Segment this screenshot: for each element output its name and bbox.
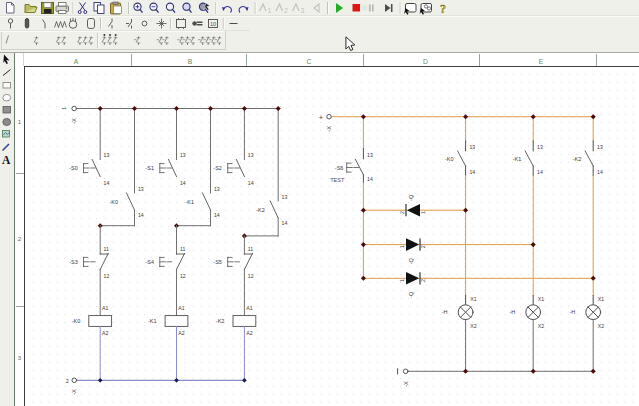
- svg-text:-K2: -K2: [216, 318, 225, 324]
- svg-text:A1: A1: [102, 305, 108, 311]
- svg-text:-H: -H: [569, 309, 575, 315]
- svg-text:14: 14: [469, 169, 475, 175]
- svg-text:13: 13: [367, 152, 373, 158]
- svg-text:-X: -X: [326, 126, 332, 132]
- svg-text:13: 13: [469, 144, 475, 150]
- svg-text:X1: X1: [538, 296, 544, 302]
- svg-text:12: 12: [180, 273, 186, 279]
- svg-text:2: 2: [284, 7, 288, 14]
- svg-text:13: 13: [138, 186, 144, 192]
- svg-text:-H: -H: [509, 309, 515, 315]
- svg-text:2: 2: [18, 235, 22, 242]
- svg-text:-K2: -K2: [256, 207, 265, 213]
- svg-text:14: 14: [214, 212, 220, 218]
- svg-text:-X: -X: [71, 389, 77, 395]
- svg-text:14: 14: [104, 180, 110, 186]
- svg-text:13: 13: [214, 186, 220, 192]
- svg-text:3: 3: [301, 7, 305, 14]
- svg-text:10: 10: [210, 21, 216, 27]
- svg-text:-S3: -S3: [69, 259, 78, 265]
- svg-text:D: D: [423, 58, 428, 65]
- svg-text:2: 2: [420, 245, 426, 248]
- svg-text:A2: A2: [246, 330, 252, 336]
- svg-text:+: +: [319, 113, 323, 122]
- svg-text:-X: -X: [403, 381, 409, 387]
- svg-text:A: A: [74, 58, 79, 65]
- svg-text:3: 3: [18, 354, 22, 361]
- svg-text:2: 2: [420, 279, 426, 282]
- svg-text:13: 13: [104, 152, 110, 158]
- svg-text:X1: X1: [470, 296, 476, 302]
- svg-text:2: 2: [399, 211, 405, 214]
- svg-text:X2: X2: [470, 323, 476, 329]
- svg-text:-K1: -K1: [148, 318, 157, 324]
- svg-text:-K0: -K0: [109, 199, 118, 205]
- svg-text:13: 13: [248, 152, 254, 158]
- svg-text:11: 11: [180, 246, 185, 252]
- svg-text:14: 14: [248, 180, 254, 186]
- svg-text:12: 12: [104, 273, 110, 279]
- svg-text:14: 14: [282, 220, 288, 226]
- svg-text:TEST: TEST: [330, 177, 345, 183]
- svg-text:A1: A1: [246, 305, 252, 311]
- svg-text:12: 12: [248, 273, 254, 279]
- svg-text:14: 14: [537, 169, 543, 175]
- svg-text:11: 11: [104, 246, 109, 252]
- svg-text:14: 14: [180, 180, 186, 186]
- svg-text:A2: A2: [102, 330, 108, 336]
- svg-text:14: 14: [597, 169, 603, 175]
- svg-text:11: 11: [248, 246, 253, 252]
- svg-text:X2: X2: [598, 323, 604, 329]
- svg-text:E: E: [539, 58, 544, 65]
- svg-text:-H: -H: [442, 309, 448, 315]
- svg-text:A2: A2: [178, 330, 184, 336]
- svg-text:2: 2: [66, 378, 69, 384]
- svg-text:-K2: -K2: [573, 156, 582, 162]
- svg-text:1: 1: [268, 7, 272, 14]
- svg-text:-K0: -K0: [445, 156, 454, 162]
- svg-text:-Q: -Q: [408, 194, 414, 201]
- svg-text:-X: -X: [71, 118, 77, 124]
- svg-text:13: 13: [537, 144, 543, 150]
- svg-text:B: B: [188, 58, 193, 65]
- svg-text:1: 1: [18, 118, 22, 125]
- svg-text:14: 14: [138, 212, 144, 218]
- svg-text:C: C: [307, 58, 312, 65]
- svg-text:A1: A1: [178, 305, 184, 311]
- svg-text:14: 14: [367, 176, 373, 182]
- svg-text:-S4: -S4: [145, 259, 154, 265]
- svg-text:-S2: -S2: [213, 165, 222, 171]
- svg-text:-S1: -S1: [145, 165, 154, 171]
- svg-text:X1: X1: [598, 296, 604, 302]
- svg-text:13: 13: [180, 152, 186, 158]
- svg-text:X2: X2: [538, 323, 544, 329]
- svg-text:-Q: -Q: [408, 257, 414, 264]
- svg-text:-K1: -K1: [513, 156, 522, 162]
- svg-text:-Q: -Q: [408, 291, 414, 298]
- svg-text:13: 13: [282, 194, 288, 200]
- svg-text:1: 1: [399, 279, 405, 282]
- svg-text:?: ?: [440, 2, 446, 16]
- svg-text:1: 1: [399, 245, 405, 248]
- svg-text:-S5: -S5: [213, 259, 222, 265]
- svg-text:1: 1: [420, 211, 426, 214]
- svg-text:-S6: -S6: [335, 165, 344, 171]
- svg-text:-K0: -K0: [72, 318, 81, 324]
- svg-text:13: 13: [597, 144, 603, 150]
- svg-text:-S0: -S0: [69, 165, 78, 171]
- svg-text:A: A: [2, 154, 11, 166]
- svg-text:1: 1: [61, 107, 67, 110]
- svg-text:-K1: -K1: [185, 199, 194, 205]
